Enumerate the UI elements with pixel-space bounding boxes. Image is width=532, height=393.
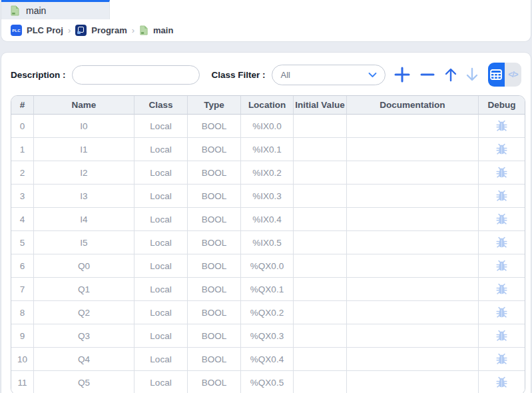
debug-bug-icon[interactable] <box>495 190 508 202</box>
cell-type[interactable]: BOOL <box>188 301 241 324</box>
cell-initial-value[interactable] <box>294 208 347 231</box>
cell-name[interactable]: I5 <box>34 231 134 254</box>
cell-location[interactable]: %QX0.3 <box>241 324 294 348</box>
cell-documentation[interactable] <box>347 301 479 324</box>
cell-initial-value[interactable] <box>294 115 347 138</box>
cell-documentation[interactable] <box>347 138 479 161</box>
cell-debug[interactable] <box>479 231 525 254</box>
cell-type[interactable]: BOOL <box>188 185 241 208</box>
debug-bug-icon[interactable] <box>495 213 508 226</box>
cell-class[interactable]: Local <box>134 371 188 393</box>
cell-type[interactable]: BOOL <box>188 254 241 278</box>
cell-documentation[interactable] <box>347 208 479 231</box>
cell-class[interactable]: Local <box>134 231 188 254</box>
debug-bug-icon[interactable] <box>495 283 508 296</box>
cell-type[interactable]: BOOL <box>188 115 241 138</box>
debug-bug-icon[interactable] <box>495 260 508 272</box>
cell-class[interactable]: Local <box>134 348 188 371</box>
cell-debug[interactable] <box>479 301 525 324</box>
breadcrumb-item-plc-proj[interactable]: PLC PLC Proj <box>11 25 63 36</box>
cell-debug[interactable] <box>479 324 525 348</box>
debug-bug-icon[interactable] <box>495 306 508 319</box>
cell-location[interactable]: %QX0.4 <box>241 348 294 371</box>
cell-initial-value[interactable] <box>294 231 347 254</box>
cell-documentation[interactable] <box>347 115 479 138</box>
cell-initial-value[interactable] <box>294 324 347 348</box>
description-input[interactable] <box>72 65 200 85</box>
cell-debug[interactable] <box>479 254 525 278</box>
cell-debug[interactable] <box>479 115 525 138</box>
cell-type[interactable]: BOOL <box>188 348 241 371</box>
cell-name[interactable]: Q2 <box>34 301 134 324</box>
cell-location[interactable]: %QX0.2 <box>241 301 294 324</box>
cell-debug[interactable] <box>479 348 525 371</box>
cell-debug[interactable] <box>479 371 525 393</box>
move-down-button[interactable] <box>465 67 479 82</box>
cell-initial-value[interactable] <box>294 254 347 278</box>
cell-type[interactable]: BOOL <box>188 371 241 393</box>
breadcrumb-item-program[interactable]: Program <box>75 25 127 36</box>
cell-type[interactable]: BOOL <box>188 138 241 161</box>
cell-name[interactable]: I0 <box>34 115 134 138</box>
cell-initial-value[interactable] <box>294 371 347 393</box>
remove-variable-button[interactable] <box>419 66 436 83</box>
cell-class[interactable]: Local <box>134 301 188 324</box>
cell-type[interactable]: BOOL <box>188 161 241 185</box>
debug-bug-icon[interactable] <box>495 236 508 249</box>
cell-location[interactable]: %QX0.0 <box>241 254 294 278</box>
cell-location[interactable]: %IX0.4 <box>241 208 294 231</box>
cell-debug[interactable] <box>479 161 525 185</box>
debug-bug-icon[interactable] <box>495 353 508 366</box>
cell-documentation[interactable] <box>347 161 479 185</box>
add-variable-button[interactable] <box>394 66 411 83</box>
cell-class[interactable]: Local <box>134 324 188 348</box>
cell-location[interactable]: %QX0.5 <box>241 371 294 393</box>
cell-initial-value[interactable] <box>294 348 347 371</box>
cell-name[interactable]: I3 <box>34 185 134 208</box>
cell-documentation[interactable] <box>347 254 479 278</box>
tab-main[interactable]: main <box>1 0 110 19</box>
debug-bug-icon[interactable] <box>495 120 508 133</box>
cell-class[interactable]: Local <box>134 138 188 161</box>
code-view-button[interactable]: </> <box>505 63 521 87</box>
cell-documentation[interactable] <box>347 185 479 208</box>
cell-class[interactable]: Local <box>134 161 188 185</box>
cell-location[interactable]: %IX0.3 <box>241 185 294 208</box>
cell-location[interactable]: %IX0.2 <box>241 161 294 185</box>
cell-location[interactable]: %IX0.0 <box>241 115 294 138</box>
cell-debug[interactable] <box>479 208 525 231</box>
cell-name[interactable]: I2 <box>34 161 134 185</box>
debug-bug-icon[interactable] <box>495 167 508 179</box>
cell-initial-value[interactable] <box>294 301 347 324</box>
cell-documentation[interactable] <box>347 231 479 254</box>
cell-documentation[interactable] <box>347 278 479 301</box>
debug-bug-icon[interactable] <box>495 330 508 342</box>
cell-class[interactable]: Local <box>134 115 188 138</box>
cell-documentation[interactable] <box>347 324 479 348</box>
cell-documentation[interactable] <box>347 348 479 371</box>
cell-initial-value[interactable] <box>294 161 347 185</box>
cell-type[interactable]: BOOL <box>188 278 241 301</box>
cell-name[interactable]: Q0 <box>34 254 134 278</box>
class-filter-select[interactable]: All <box>272 65 386 85</box>
breadcrumb-item-main[interactable]: main <box>139 25 173 35</box>
cell-name[interactable]: Q4 <box>34 348 134 371</box>
cell-debug[interactable] <box>479 278 525 301</box>
debug-bug-icon[interactable] <box>495 376 508 389</box>
cell-name[interactable]: Q3 <box>34 324 134 348</box>
debug-bug-icon[interactable] <box>495 143 508 156</box>
cell-documentation[interactable] <box>347 371 479 393</box>
cell-class[interactable]: Local <box>134 208 188 231</box>
cell-type[interactable]: BOOL <box>188 324 241 348</box>
cell-debug[interactable] <box>479 138 525 161</box>
table-view-button[interactable] <box>488 63 505 87</box>
cell-name[interactable]: Q5 <box>34 371 134 393</box>
cell-location[interactable]: %QX0.1 <box>241 278 294 301</box>
cell-class[interactable]: Local <box>134 254 188 278</box>
cell-location[interactable]: %IX0.5 <box>241 231 294 254</box>
cell-type[interactable]: BOOL <box>188 231 241 254</box>
cell-name[interactable]: I4 <box>34 208 134 231</box>
cell-class[interactable]: Local <box>134 185 188 208</box>
move-up-button[interactable] <box>444 67 457 82</box>
cell-initial-value[interactable] <box>294 185 347 208</box>
